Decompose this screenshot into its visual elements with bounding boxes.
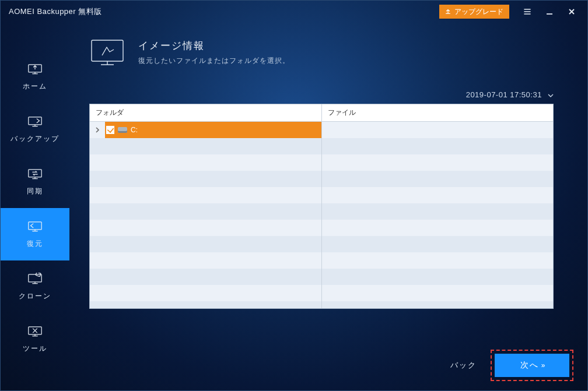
sidebar-item-label: ホーム bbox=[23, 82, 47, 91]
table-row bbox=[322, 220, 554, 236]
next-button-highlight: 次へ » bbox=[491, 350, 573, 381]
restore-icon bbox=[27, 220, 43, 233]
menu-icon[interactable] bbox=[522, 6, 533, 17]
close-button[interactable] bbox=[566, 6, 577, 17]
table-row bbox=[322, 301, 554, 308]
table-row bbox=[90, 171, 321, 187]
sidebar-item-home[interactable]: ホーム bbox=[1, 51, 69, 103]
file-column-header: ファイル bbox=[322, 104, 554, 122]
page-title: イメージ情報 bbox=[138, 39, 290, 52]
sidebar-item-restore[interactable]: 復元 bbox=[1, 208, 69, 260]
next-button[interactable]: 次へ » bbox=[495, 354, 569, 377]
titlebar: AOMEI Backupper 無料版 アップグレード bbox=[1, 1, 587, 23]
sidebar-item-label: クローン bbox=[19, 291, 51, 301]
chevron-right-icon[interactable] bbox=[90, 122, 105, 138]
upgrade-button[interactable]: アップグレード bbox=[439, 5, 509, 19]
sidebar-item-label: ツール bbox=[23, 344, 47, 354]
minimize-button[interactable] bbox=[544, 6, 555, 17]
table-row bbox=[90, 301, 321, 308]
table-row bbox=[90, 138, 321, 154]
backup-icon bbox=[27, 115, 43, 128]
folder-row[interactable]: C: bbox=[90, 122, 321, 138]
sidebar-item-label: バックアップ bbox=[10, 134, 60, 144]
table-row bbox=[90, 285, 321, 301]
table-row bbox=[322, 285, 554, 301]
disk-icon bbox=[118, 127, 127, 133]
table-row bbox=[322, 138, 554, 154]
page-subtitle: 復元したいファイルまたはフォルダを選択。 bbox=[138, 56, 290, 66]
folder-column: フォルダ C: bbox=[90, 104, 321, 308]
sidebar-item-label: 同期 bbox=[27, 186, 43, 196]
sidebar-item-sync[interactable]: 同期 bbox=[1, 156, 69, 208]
svg-rect-7 bbox=[92, 40, 123, 61]
sync-icon bbox=[27, 168, 43, 181]
file-browser-panel: フォルダ C: bbox=[89, 104, 554, 309]
timestamp-dropdown[interactable]: 2019-07-01 17:50:31 bbox=[89, 90, 554, 99]
main-content: イメージ情報 復元したいファイルまたはフォルダを選択。 2019-07-01 1… bbox=[69, 23, 587, 390]
table-row bbox=[90, 236, 321, 252]
table-row bbox=[322, 269, 554, 285]
table-row bbox=[322, 122, 554, 138]
file-rows bbox=[322, 122, 554, 308]
home-icon bbox=[27, 63, 43, 76]
upload-icon bbox=[445, 8, 451, 16]
image-info-icon bbox=[89, 38, 125, 67]
chevron-down-icon bbox=[548, 90, 554, 99]
page-header: イメージ情報 復元したいファイルまたはフォルダを選択。 bbox=[89, 38, 568, 67]
double-chevron-right-icon: » bbox=[541, 361, 544, 369]
sidebar-item-tools[interactable]: ツール bbox=[1, 313, 69, 365]
app-title: AOMEI Backupper 無料版 bbox=[9, 6, 102, 17]
svg-rect-4 bbox=[29, 274, 41, 282]
table-row bbox=[90, 269, 321, 285]
table-row bbox=[322, 154, 554, 171]
table-row bbox=[322, 203, 554, 220]
sidebar: ホーム バックアップ 同期 復元 bbox=[1, 23, 69, 390]
app-window: AOMEI Backupper 無料版 アップグレード bbox=[0, 0, 588, 391]
folder-checkbox[interactable] bbox=[106, 126, 114, 134]
next-label: 次へ bbox=[520, 360, 539, 371]
tools-icon bbox=[27, 325, 43, 338]
table-row bbox=[90, 187, 321, 203]
table-row bbox=[90, 220, 321, 236]
clone-icon bbox=[27, 273, 43, 286]
table-row bbox=[322, 187, 554, 203]
svg-rect-2 bbox=[29, 170, 41, 177]
sidebar-item-clone[interactable]: クローン bbox=[1, 260, 69, 313]
folder-rows: C: bbox=[90, 122, 321, 308]
folder-column-header: フォルダ bbox=[90, 104, 321, 122]
table-row bbox=[90, 154, 321, 171]
table-row bbox=[90, 252, 321, 269]
sidebar-item-label: 復元 bbox=[27, 239, 43, 249]
footer: バック 次へ » bbox=[450, 350, 573, 381]
table-row bbox=[90, 203, 321, 220]
back-button[interactable]: バック bbox=[450, 360, 477, 371]
table-row bbox=[322, 252, 554, 269]
table-row bbox=[322, 171, 554, 187]
sidebar-item-backup[interactable]: バックアップ bbox=[1, 103, 69, 156]
upgrade-label: アップグレード bbox=[454, 7, 503, 17]
timestamp-value: 2019-07-01 17:50:31 bbox=[466, 90, 542, 99]
file-column: ファイル bbox=[321, 104, 554, 308]
table-row bbox=[322, 236, 554, 252]
drive-label: C: bbox=[131, 126, 138, 134]
